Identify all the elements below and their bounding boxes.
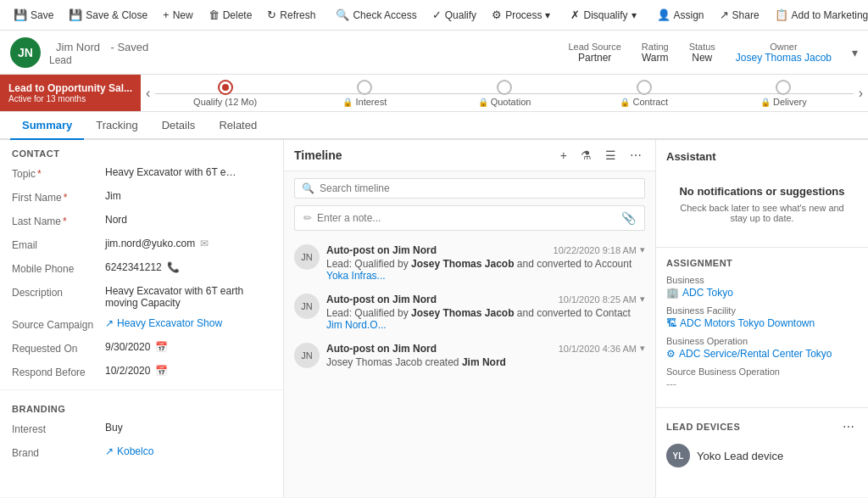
left-panel: CONTACT Topic Heavy Excavator with 6T ea… [0, 140, 284, 497]
contact-section-header: CONTACT [0, 140, 283, 162]
field-requested-on: Requested On 9/30/2020 📅 [0, 337, 283, 361]
stage-dot-contract [637, 80, 652, 95]
stage-delivery[interactable]: 🔒 Delivery [714, 80, 854, 107]
assistant-box: Assistant No notifications or suggestion… [656, 140, 868, 248]
expand-icon2[interactable]: ▾ [640, 294, 645, 305]
facility-label: Business Facility [666, 305, 858, 316]
delete-icon: 🗑 [209, 8, 220, 21]
expand-icon[interactable]: ▾ [640, 244, 645, 255]
check-access-icon: 🔍 [336, 8, 349, 21]
device-item: YL Yoko Lead device [666, 444, 858, 467]
phone-icon[interactable]: 📞 [167, 261, 180, 273]
check-access-button[interactable]: 🔍 Check Access [329, 5, 423, 25]
tab-details[interactable]: Details [150, 112, 208, 140]
process-chevron-icon: ▾ [545, 9, 550, 21]
meta-status: Status New [689, 42, 715, 64]
timeline-search-input[interactable] [320, 182, 637, 194]
operation-icon: ⚙ [666, 348, 676, 360]
assign-business: Business 🏢 ADC Tokyo [666, 275, 858, 299]
operation-value[interactable]: ⚙ ADC Service/Rental Center Tokyo [666, 348, 858, 360]
campaign-icon: ↗ [105, 317, 114, 329]
timeline-avatar: JN [294, 244, 320, 270]
assign-operation: Business Operation ⚙ ADC Service/Rental … [666, 336, 858, 360]
timeline-filter-button[interactable]: ⚗ [577, 147, 595, 164]
assign-icon: 👤 [657, 8, 670, 21]
meta-lead-source: Lead Source Partner [568, 42, 620, 64]
save-icon: 💾 [14, 8, 27, 21]
timeline-item: JN Auto-post on Jim Nord 10/22/2020 9:18… [294, 244, 645, 282]
tab-related[interactable]: Related [207, 112, 269, 140]
lead-devices-title: LEAD DEVICES [666, 422, 740, 432]
calendar-icon[interactable]: 📅 [155, 341, 168, 353]
stage-prev-button[interactable]: ‹ [141, 75, 155, 111]
assign-source-operation: Source Business Operation --- [666, 367, 858, 390]
save-close-button[interactable]: 💾 Save & Close [62, 5, 154, 25]
qualify-button[interactable]: ✓ Qualify [426, 5, 483, 25]
search-icon: 🔍 [302, 182, 314, 194]
field-mobile-phone: Mobile Phone 6242341212 📞 [0, 257, 283, 281]
no-notifications-sub: Check back later to see what's new and s… [673, 203, 851, 223]
share-icon: ↗ [720, 8, 729, 21]
stage-dot-interest [357, 80, 372, 95]
business-value[interactable]: 🏢 ADC Tokyo [666, 287, 858, 299]
field-interest: Interest Buy [0, 417, 283, 441]
timeline-title: Timeline [294, 148, 550, 162]
timeline-more-button[interactable]: ⋯ [626, 147, 645, 164]
meta-owner[interactable]: Owner Josey Thomas Jacob [736, 42, 832, 64]
main-content: CONTACT Topic Heavy Excavator with 6T ea… [0, 140, 868, 497]
disqualify-button[interactable]: ✗ Disqualify ▾ [564, 5, 643, 25]
timeline-content: Auto-post on Jim Nord 10/1/2020 8:25 AM … [326, 294, 645, 331]
branding-section-header: BRANDING [0, 395, 283, 417]
stage-contract[interactable]: 🔒 Contract [574, 80, 714, 107]
header-meta: Lead Source Partner Rating Warm Status N… [568, 42, 858, 64]
stage-interest[interactable]: 🔒 Interest [295, 80, 435, 107]
timeline-panel: Timeline + ⚗ ☰ ⋯ 🔍 ✏ 📎 JN Auto-post on J… [284, 140, 656, 497]
tab-tracking[interactable]: Tracking [84, 112, 149, 140]
device-avatar: YL [666, 444, 690, 467]
stage-quotation[interactable]: 🔒 Quotation [435, 80, 575, 107]
avatar: JN [10, 37, 41, 68]
timeline-search-box: 🔍 [294, 178, 645, 199]
timeline-view-button[interactable]: ☰ [602, 147, 620, 164]
timeline-item: JN Auto-post on Jim Nord 10/1/2020 4:36 … [294, 343, 645, 368]
note-box: ✏ 📎 [294, 205, 645, 231]
add-marketing-button[interactable]: 📋 Add to Marketing List [768, 5, 868, 25]
stages-container: Qualify (12 Mo) 🔒 Interest 🔒 Quotation 🔒… [155, 75, 853, 111]
timeline-add-button[interactable]: + [557, 147, 570, 164]
lead-devices-more-button[interactable]: ⋯ [839, 418, 858, 435]
share-button[interactable]: ↗ Share [713, 5, 766, 25]
add-marketing-icon: 📋 [775, 8, 788, 21]
save-button[interactable]: 💾 Save [7, 5, 60, 25]
expand-icon3[interactable]: ▾ [640, 343, 645, 354]
process-icon: ⚙ [492, 8, 502, 21]
facility-value[interactable]: 🏗 ADC Motors Tokyo Downtown [666, 317, 858, 329]
note-attachment-icon[interactable]: 📎 [621, 211, 636, 225]
field-topic: Topic Heavy Excavator with 6T earth movi… [0, 162, 283, 186]
device-name: Yoko Lead device [697, 450, 783, 462]
field-last-name: Last Name Nord [0, 210, 283, 233]
header-expand-icon[interactable]: ▾ [852, 46, 858, 59]
stage-next-button[interactable]: › [854, 75, 868, 111]
email-icon[interactable]: ✉ [200, 238, 209, 249]
tab-summary[interactable]: Summary [10, 112, 84, 140]
delete-button[interactable]: 🗑 Delete [202, 5, 259, 25]
field-description: Description Heavy Excavator with 6T eart… [0, 281, 283, 313]
record-header: JN Jim Nord - Saved Lead Lead Source Par… [0, 31, 868, 75]
lead-devices-box: LEAD DEVICES ⋯ YL Yoko Lead device [656, 408, 868, 478]
refresh-button[interactable]: ↻ Refresh [260, 5, 322, 25]
assign-button[interactable]: 👤 Assign [650, 5, 711, 25]
new-button[interactable]: + New [156, 5, 200, 25]
business-label: Business [666, 275, 858, 285]
stage-qualify[interactable]: Qualify (12 Mo) [155, 80, 295, 107]
record-type: Lead [49, 54, 559, 66]
field-email: Email jim.nord@yuko.com ✉ [0, 233, 283, 257]
source-operation-value: --- [666, 378, 858, 390]
no-notifications-text: No notifications or suggestions [673, 185, 851, 198]
calendar-icon2[interactable]: 📅 [155, 365, 168, 377]
tabs-bar: Summary Tracking Details Related [0, 112, 868, 140]
disqualify-icon: ✗ [570, 8, 580, 21]
stage-dot-qualify [218, 80, 233, 95]
toolbar: 💾 Save 💾 Save & Close + New 🗑 Delete ↻ R… [0, 0, 868, 31]
note-input[interactable] [317, 212, 616, 224]
process-button[interactable]: ⚙ Process ▾ [485, 5, 557, 25]
